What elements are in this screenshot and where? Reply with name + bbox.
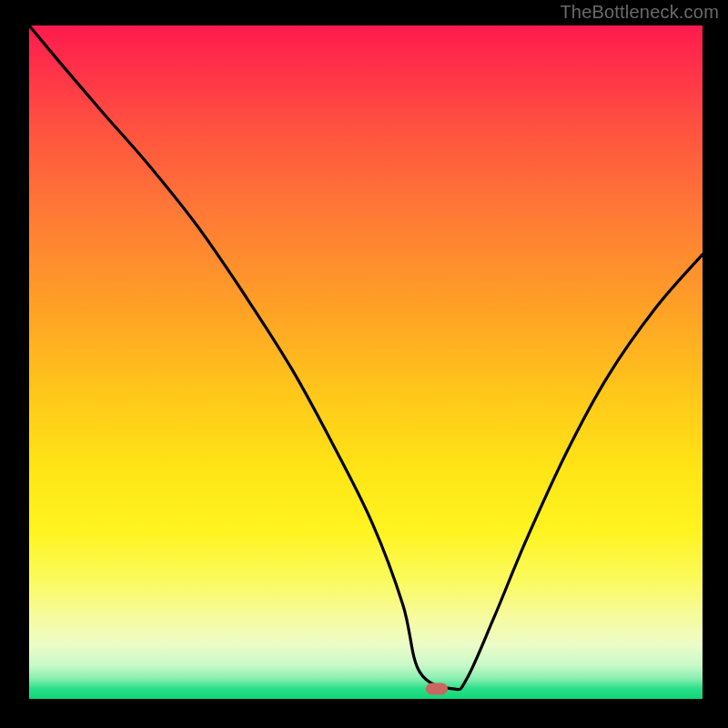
chart-frame: TheBottleneck.com [0, 0, 728, 728]
optimal-point-marker [426, 682, 448, 694]
plot-area [29, 25, 703, 699]
watermark-label: TheBottleneck.com [560, 2, 719, 23]
bottleneck-curve [29, 25, 703, 699]
